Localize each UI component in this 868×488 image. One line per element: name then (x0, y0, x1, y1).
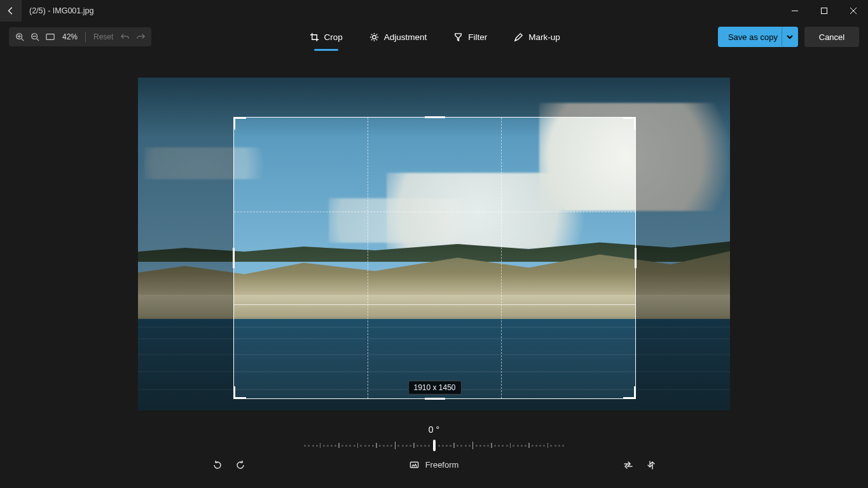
rotate-ccw-button[interactable] (212, 459, 223, 471)
tab-crop-label: Crop (324, 32, 343, 42)
close-button[interactable] (839, 0, 868, 22)
toolbar: 42% Reset Crop Adjustment Filter Mark-up… (0, 22, 868, 52)
flip-buttons (623, 459, 657, 471)
svg-rect-0 (822, 8, 827, 14)
zoom-fit-button[interactable] (43, 30, 57, 44)
crop-visible-area (234, 118, 635, 398)
flip-horizontal-button[interactable] (623, 459, 634, 471)
tab-adjustment[interactable]: Adjustment (367, 29, 430, 46)
tab-markup-label: Mark-up (528, 32, 560, 42)
photo (138, 78, 730, 410)
back-button[interactable] (0, 0, 22, 22)
maximize-button[interactable] (809, 0, 839, 22)
svg-rect-5 (410, 462, 418, 467)
tab-filter[interactable]: Filter (451, 29, 490, 46)
image-canvas[interactable] (138, 78, 730, 410)
zoom-percent[interactable]: 42% (59, 32, 81, 41)
titlebar: (2/5) - IMG001.jpg (0, 0, 868, 22)
titlebar-left: (2/5) - IMG001.jpg (0, 0, 93, 22)
zoom-reset-button[interactable]: Reset (90, 32, 117, 41)
redo-button[interactable] (134, 30, 148, 44)
flip-vertical-button[interactable] (645, 459, 657, 471)
window-title: (2/5) - IMG001.jpg (22, 6, 93, 15)
editor-tabs: Crop Adjustment Filter Mark-up (307, 29, 563, 46)
rotate-cw-button[interactable] (235, 459, 246, 471)
zoom-toolbar: 42% Reset (9, 27, 151, 46)
zoom-in-button[interactable] (13, 30, 27, 44)
tab-crop[interactable]: Crop (307, 29, 345, 46)
tab-markup[interactable]: Mark-up (511, 29, 563, 46)
aspect-ratio-label: Freeform (425, 460, 459, 470)
action-buttons: Save as copy Cancel (718, 27, 859, 47)
tab-filter-label: Filter (468, 32, 487, 42)
svg-rect-3 (46, 34, 54, 40)
window-controls (780, 0, 868, 22)
rotation-thumb[interactable] (433, 440, 436, 451)
save-button[interactable]: Save as copy (718, 27, 788, 47)
rotation-angle: 0 ° (429, 424, 439, 435)
divider (85, 32, 86, 42)
bottom-row: Freeform (205, 460, 663, 470)
aspect-ratio-button[interactable]: Freeform (410, 460, 459, 470)
undo-button[interactable] (118, 30, 132, 44)
save-group: Save as copy (718, 27, 798, 47)
rotate-buttons (212, 459, 246, 471)
minimize-button[interactable] (780, 0, 809, 22)
svg-point-4 (372, 35, 376, 39)
zoom-out-button[interactable] (28, 30, 42, 44)
rotation-ruler[interactable] (304, 440, 564, 451)
cancel-button[interactable]: Cancel (804, 27, 859, 47)
tab-adjustment-label: Adjustment (384, 32, 427, 42)
bottom-controls: 0 ° Freeform (0, 424, 868, 470)
save-dropdown-button[interactable] (782, 27, 798, 47)
